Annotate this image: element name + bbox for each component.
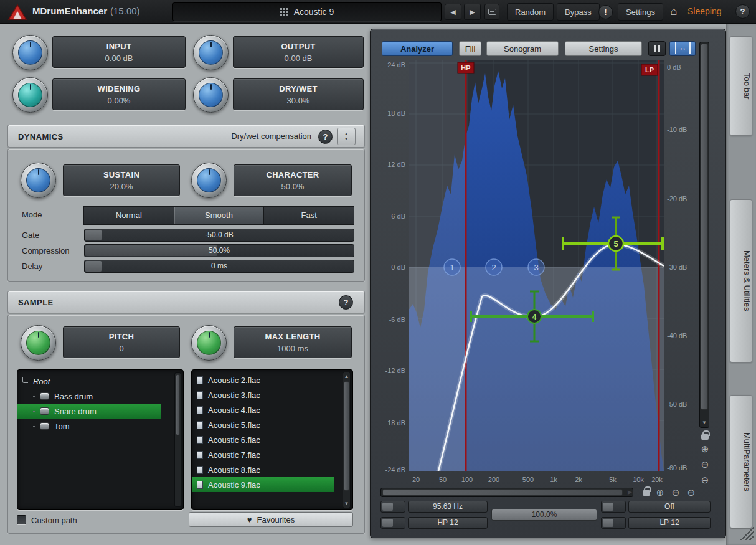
zoom-reset-icon[interactable]: ⊖ (699, 475, 711, 486)
sustain-display[interactable]: SUSTAIN 20.0% (63, 164, 180, 196)
mode-smooth-button[interactable]: Smooth (174, 206, 265, 225)
zoom-out-icon[interactable]: ⊖ (699, 459, 711, 470)
scroll-down-icon[interactable]: ▼ (343, 500, 350, 508)
lp-slope-display[interactable]: LP 12 (628, 517, 711, 529)
fit-view-button[interactable]: ↔ (669, 41, 696, 56)
previous-preset-button[interactable]: ◀ (445, 4, 461, 20)
eq-node-1[interactable]: 1 (444, 259, 460, 275)
alert-button[interactable]: ! (598, 5, 613, 19)
hzoom-out-icon[interactable]: ⊖ (670, 487, 681, 498)
file-item-selected[interactable]: Acoustic 9.flac (192, 477, 334, 492)
file-list-scrollbar[interactable]: ▲ ▼ (343, 372, 351, 508)
mode-fast-button[interactable]: Fast (263, 206, 354, 225)
plot-vertical-scrollbar[interactable]: ▼ (699, 42, 709, 428)
drywet-compensation-dropdown[interactable]: Dry/wet compensation (231, 131, 311, 141)
file-item[interactable]: Acoustic 7.flac (192, 447, 352, 462)
tree-scrollbar-thumb[interactable] (176, 374, 180, 435)
compression-slider[interactable]: 50.0% (84, 244, 354, 257)
random-button[interactable]: Random (507, 3, 554, 21)
sustain-knob[interactable] (21, 163, 56, 198)
output-display[interactable]: OUTPUT 0.00 dB (233, 36, 364, 68)
scroll-up-icon[interactable]: ▲ (343, 372, 350, 381)
lp-slope-mini-slider[interactable] (601, 517, 626, 529)
favourites-button[interactable]: ♥ Favourites (189, 512, 353, 527)
tab-settings[interactable]: Settings (565, 41, 642, 56)
hp-frequency-display[interactable]: 95.63 Hz (408, 501, 488, 513)
file-list-scrollbar-thumb[interactable] (344, 381, 349, 491)
hp-frequency-mini-slider[interactable] (380, 501, 405, 513)
widening-display[interactable]: WIDENING 0.00% (52, 78, 186, 110)
tree-item-snare-drum[interactable]: Snare drum (17, 404, 161, 419)
lp-frequency-display[interactable]: Off (628, 501, 711, 513)
sleeping-indicator[interactable]: Sleeping (687, 6, 722, 16)
eq-node-2[interactable]: 2 (486, 259, 502, 275)
file-item[interactable]: Acoustic 8.flac (192, 462, 352, 477)
character-display[interactable]: CHARACTER 50.0% (234, 164, 352, 196)
dynamics-spinner-button[interactable]: ▲ ▼ (337, 128, 356, 145)
drywet-knob[interactable] (193, 77, 229, 113)
file-item[interactable]: Acoustic 4.flac (192, 402, 352, 417)
lp-frequency-mini-handle[interactable] (603, 503, 613, 511)
next-preset-button[interactable]: ▶ (464, 4, 481, 20)
scroll-right-icon[interactable]: ▶ (628, 488, 632, 496)
tree-root-item[interactable]: Root (17, 374, 183, 389)
tab-sonogram[interactable]: Sonogram (486, 41, 559, 56)
help-button[interactable]: ? (735, 4, 750, 19)
lp-slope-mini-handle[interactable] (603, 519, 613, 527)
hp-slope-display[interactable]: HP 12 (408, 517, 488, 529)
hp-frequency-mini-handle[interactable] (382, 503, 393, 511)
mode-normal-button[interactable]: Normal (83, 206, 174, 225)
lp-frequency-mini-slider[interactable] (601, 501, 626, 513)
plot-horizontal-scrollbar[interactable]: ▶ (380, 488, 633, 497)
pitch-knob[interactable] (21, 325, 56, 361)
tree-item-tom[interactable]: Tom (17, 419, 183, 434)
file-item[interactable]: Acoustic 5.flac (192, 417, 352, 432)
bypass-button[interactable]: Bypass (557, 3, 600, 21)
tree-scrollbar[interactable] (174, 372, 181, 507)
eq-node-3[interactable]: 3 (528, 259, 544, 275)
gate-slider-handle[interactable] (85, 230, 102, 240)
hzoom-in-icon[interactable]: ⊕ (654, 487, 666, 498)
custom-path-checkbox[interactable] (17, 515, 26, 524)
file-item[interactable]: Acoustic 3.flac (192, 387, 352, 402)
band-mix-slider[interactable]: 100.0% (491, 509, 597, 521)
settings-button[interactable]: Settings (618, 3, 663, 21)
drywet-display[interactable]: DRY/WET 30.0% (233, 78, 364, 110)
zoom-in-icon[interactable]: ⊕ (699, 443, 711, 455)
tab-multiparameters[interactable]: MultiParameters (730, 395, 752, 528)
lp-marker-label[interactable]: LP (641, 64, 658, 75)
scroll-down-icon[interactable]: ▼ (700, 419, 709, 427)
compression-slider-fill[interactable] (85, 245, 217, 256)
hzoom-reset-icon[interactable]: ⊖ (686, 487, 697, 498)
tree-item-bass-drum[interactable]: Bass drum (17, 389, 183, 404)
tab-fill[interactable]: Fill (459, 41, 481, 56)
widening-knob[interactable] (12, 77, 48, 113)
file-item[interactable]: Acoustic 6.flac (192, 432, 352, 447)
plot-vertical-scrollbar-thumb[interactable] (701, 44, 708, 410)
home-button[interactable]: ⌂ (665, 4, 683, 20)
input-display[interactable]: INPUT 0.00 dB (52, 36, 186, 68)
delay-slider[interactable]: 0 ms (84, 260, 354, 273)
hp-slope-mini-handle[interactable] (382, 519, 393, 527)
delay-slider-handle[interactable] (85, 261, 102, 272)
max-length-display[interactable]: MAX LENGTH 1000 ms (234, 326, 352, 358)
output-knob[interactable] (193, 35, 229, 70)
hp-slope-mini-slider[interactable] (380, 517, 405, 529)
spectrum-eq-plot[interactable]: 1 2 3 4 5 (409, 60, 664, 471)
input-knob[interactable] (12, 35, 48, 70)
plot-horizontal-scrollbar-thumb[interactable] (382, 489, 623, 496)
max-length-knob[interactable] (191, 325, 227, 361)
sample-help-button[interactable]: ? (339, 295, 353, 310)
zoom-lock-icon[interactable] (701, 434, 709, 440)
character-knob[interactable] (191, 163, 227, 198)
gate-slider[interactable]: -50.0 dB (84, 229, 354, 242)
tab-meters-utilities[interactable]: Meters & Utilities (730, 199, 752, 363)
preset-selector[interactable]: Acoustic 9 (172, 2, 442, 21)
hzoom-lock-icon[interactable] (643, 490, 650, 496)
dynamics-help-button[interactable]: ? (318, 130, 333, 144)
tab-analyzer[interactable]: Analyzer (382, 41, 453, 56)
pitch-display[interactable]: PITCH 0 (63, 326, 180, 358)
preset-manager-button[interactable] (484, 4, 499, 20)
pause-analyzer-button[interactable] (648, 41, 666, 56)
file-item[interactable]: Acoustic 2.flac (192, 372, 352, 387)
